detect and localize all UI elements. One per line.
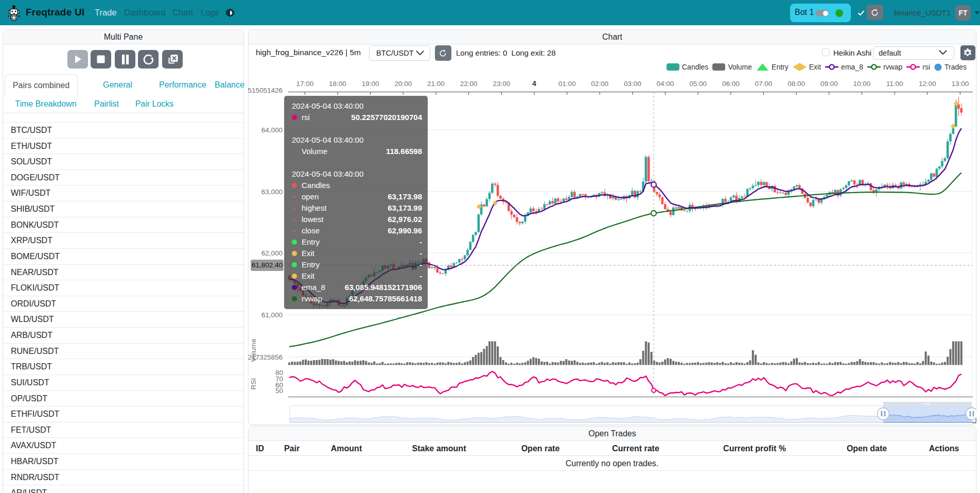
svg-text:06:00: 06:00 <box>722 80 740 88</box>
svg-text:61,000: 61,000 <box>261 311 283 319</box>
svg-text:01:00: 01:00 <box>558 80 576 88</box>
svg-text:64,000: 64,000 <box>261 126 283 134</box>
svg-text:20:00: 20:00 <box>394 80 412 88</box>
svg-text:18:00: 18:00 <box>329 80 346 88</box>
svg-text:21:00: 21:00 <box>427 80 445 88</box>
svg-text:50: 50 <box>275 387 283 395</box>
svg-text:62,000: 62,000 <box>261 249 283 257</box>
svg-text:11:00: 11:00 <box>886 80 903 88</box>
svg-text:02:00: 02:00 <box>591 80 608 88</box>
svg-text:03:00: 03:00 <box>624 80 641 88</box>
svg-text:22:00: 22:00 <box>460 80 478 88</box>
svg-text:4: 4 <box>532 79 536 88</box>
svg-text:08:00: 08:00 <box>787 80 805 88</box>
svg-text:13:00: 13:00 <box>952 80 969 88</box>
svg-text:19:00: 19:00 <box>362 80 379 88</box>
svg-text:09:00: 09:00 <box>820 80 838 88</box>
svg-text:17:00: 17:00 <box>296 80 314 88</box>
svg-text:63,000: 63,000 <box>261 188 283 196</box>
svg-text:Volume: Volume <box>250 338 257 362</box>
svg-text:515051426: 515051426 <box>248 87 283 94</box>
svg-text:04:00: 04:00 <box>657 80 674 88</box>
svg-text:10:00: 10:00 <box>853 80 871 88</box>
svg-text:07:00: 07:00 <box>755 80 773 88</box>
svg-text:05:00: 05:00 <box>689 80 707 88</box>
svg-text:12:00: 12:00 <box>919 80 936 88</box>
svg-text:23:00: 23:00 <box>493 80 510 88</box>
svg-text:RSI: RSI <box>250 378 257 390</box>
